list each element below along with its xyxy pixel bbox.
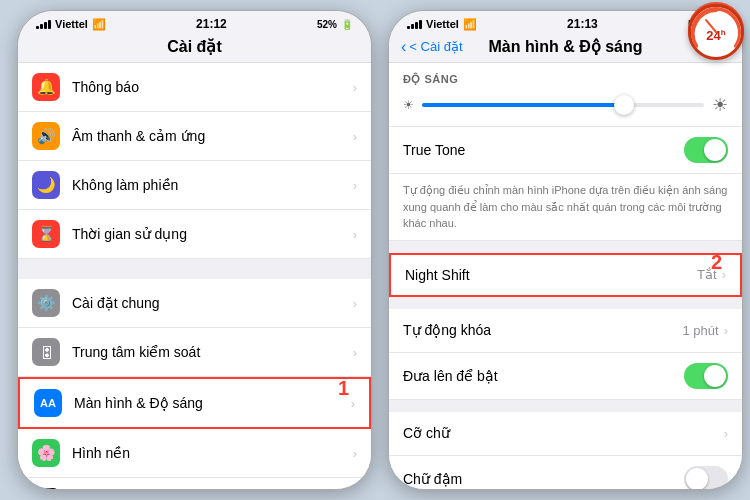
sounds-icon: 🔊 <box>32 122 60 150</box>
wallpaper-label: Hình nền <box>72 445 353 461</box>
chevron-icon: › <box>724 426 728 441</box>
true-tone-item: True Tone <box>389 127 742 174</box>
general-icon: ⚙️ <box>32 289 60 317</box>
logo-label: 24h <box>706 28 725 43</box>
section-gap-2 <box>389 297 742 309</box>
chevron-icon: › <box>353 227 357 242</box>
battery-icon: 🔋 <box>341 19 353 30</box>
sun-large-icon: ☀ <box>712 94 728 116</box>
signal-icon <box>407 19 422 29</box>
chevron-icon: › <box>351 396 355 411</box>
chevron-icon: › <box>353 80 357 95</box>
list-item[interactable]: 🔊 Âm thanh & cảm ứng › <box>18 112 371 161</box>
chevron-icon: › <box>353 178 357 193</box>
right-carrier: Viettel 📶 <box>407 18 477 31</box>
time-text: 21:12 <box>196 17 227 31</box>
back-label: < Cài đặt <box>409 39 462 54</box>
control-center-icon: 🎛 <box>32 338 60 366</box>
font-size-label: Cỡ chữ <box>403 425 724 441</box>
true-tone-description: Tự động điều chỉnh màn hình iPhone dựa t… <box>389 174 742 241</box>
back-button[interactable]: ‹ < Cài đặt <box>401 38 463 56</box>
logo-overlay: 24h <box>688 4 746 62</box>
brightness-slider[interactable] <box>422 103 704 107</box>
notifications-label: Thông báo <box>72 79 353 95</box>
right-settings-list: ĐỘ SÁNG ☀ ☀ True Tone Tự động điều <box>389 63 742 489</box>
chevron-icon: › <box>353 446 357 461</box>
auto-lock-value: 1 phút <box>683 323 719 338</box>
right-time-text: 21:13 <box>567 17 598 31</box>
left-settings-list: 🔔 Thông báo › 🔊 Âm thanh & cảm ứng › 🌙 K… <box>18 63 371 489</box>
list-item[interactable]: 🎛 Trung tâm kiểm soát › <box>18 328 371 377</box>
list-item[interactable]: 🎙 Siri & Tìm kiếm › <box>18 478 371 489</box>
dnd-icon: 🌙 <box>32 171 60 199</box>
screen-time-label: Thời gian sử dụng <box>72 226 353 242</box>
display-label: Màn hình & Độ sáng <box>74 395 351 411</box>
bold-text-item: Chữ đậm <box>389 456 742 490</box>
siri-icon: 🎙 <box>32 488 60 489</box>
left-status-bar: Viettel 📶 21:12 52% 🔋 <box>18 11 371 33</box>
left-carrier: Viettel 📶 <box>36 18 106 31</box>
number-badge-1: 1 <box>338 377 349 400</box>
right-phone: Viettel 📶 21:13 52% 🔋 ‹ < Cài đặt Màn hì… <box>388 10 743 490</box>
right-nav-title: Màn hình & Độ sáng <box>489 37 643 56</box>
display-settings-item[interactable]: AA Màn hình & Độ sáng ➡ › 1 <box>18 377 371 429</box>
notifications-icon: 🔔 <box>32 73 60 101</box>
signal-icon <box>36 19 51 29</box>
left-section-2: ⚙️ Cài đặt chung › 🎛 Trung tâm kiểm soát… <box>18 279 371 489</box>
chevron-icon: › <box>722 267 726 282</box>
list-item[interactable]: 🌸 Hình nền › <box>18 429 371 478</box>
dnd-label: Không làm phiền <box>72 177 353 193</box>
chevron-icon: › <box>353 129 357 144</box>
left-nav-bar: Cài đặt <box>18 33 371 63</box>
battery-text: 52% <box>317 19 337 30</box>
screen-time-icon: ⌛ <box>32 220 60 248</box>
right-wifi-icon: 📶 <box>463 18 477 31</box>
chevron-icon: › <box>724 323 728 338</box>
raise-to-wake-item: Đưa lên để bật <box>389 353 742 400</box>
brightness-section: ĐỘ SÁNG ☀ ☀ <box>389 63 742 127</box>
number-badge-2: 2 <box>711 251 722 274</box>
right-carrier-text: Viettel <box>426 18 459 30</box>
section-gap-3 <box>389 400 742 412</box>
bold-text-toggle[interactable] <box>684 466 728 490</box>
brightness-label: ĐỘ SÁNG <box>403 73 728 86</box>
bold-text-label: Chữ đậm <box>403 471 684 487</box>
chevron-icon: › <box>353 345 357 360</box>
left-phone: Viettel 📶 21:12 52% 🔋 Cài đặt 🔔 Thông bá… <box>17 10 372 490</box>
sun-small-icon: ☀ <box>403 98 414 112</box>
brightness-slider-row: ☀ ☀ <box>403 94 728 116</box>
list-item[interactable]: ⌛ Thời gian sử dụng › <box>18 210 371 259</box>
raise-to-wake-label: Đưa lên để bật <box>403 368 684 384</box>
true-tone-label: True Tone <box>403 142 684 158</box>
chevron-left-icon: ‹ <box>401 38 406 56</box>
auto-lock-label: Tự động khóa <box>403 322 683 338</box>
list-item[interactable]: 🌙 Không làm phiền › <box>18 161 371 210</box>
sounds-label: Âm thanh & cảm ứng <box>72 128 353 144</box>
night-shift-label: Night Shift <box>405 267 697 283</box>
list-item[interactable]: ⚙️ Cài đặt chung › <box>18 279 371 328</box>
auto-lock-item[interactable]: Tự động khóa 1 phút › <box>389 309 742 353</box>
list-item[interactable]: 🔔 Thông báo › <box>18 63 371 112</box>
carrier-text: Viettel <box>55 18 88 30</box>
section-gap <box>389 241 742 253</box>
chevron-icon: › <box>353 296 357 311</box>
left-nav-title: Cài đặt <box>167 37 221 56</box>
true-tone-toggle[interactable] <box>684 137 728 163</box>
wallpaper-icon: 🌸 <box>32 439 60 467</box>
general-label: Cài đặt chung <box>72 295 353 311</box>
night-shift-item[interactable]: Night Shift Tắt › 2 ➡ <box>389 253 742 297</box>
raise-to-wake-toggle[interactable] <box>684 363 728 389</box>
wifi-icon: 📶 <box>92 18 106 31</box>
font-size-item[interactable]: Cỡ chữ › <box>389 412 742 456</box>
control-center-label: Trung tâm kiểm soát <box>72 344 353 360</box>
display-icon: AA <box>34 389 62 417</box>
battery-area: 52% 🔋 <box>317 19 353 30</box>
left-section-1: 🔔 Thông báo › 🔊 Âm thanh & cảm ứng › 🌙 K… <box>18 63 371 259</box>
